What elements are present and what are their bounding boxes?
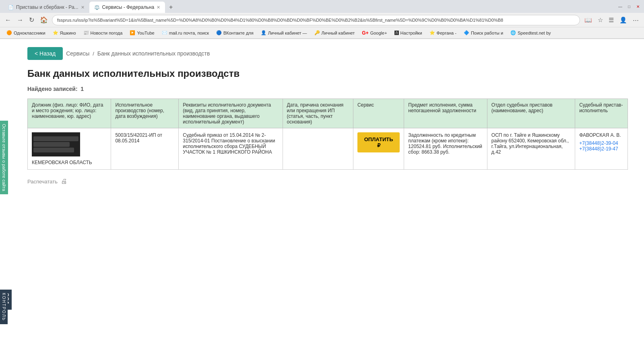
- print-section[interactable]: Распечатать 🖨: [27, 178, 628, 185]
- bookmark-googleplus[interactable]: G+ Google+: [359, 29, 390, 37]
- col-header-bailiff: Судебный пристав-исполнитель: [575, 99, 628, 128]
- bookmark-label: mail.ru почта, поиск: [169, 31, 209, 35]
- vk-icon: 🔵: [216, 30, 222, 35]
- bookmark-label: Новости погода: [91, 31, 123, 35]
- table-header-row: Должник (физ. лицо: ФИО, дата и место ро…: [28, 99, 628, 128]
- print-label: Распечатать: [27, 179, 58, 185]
- back-label: < Назад: [35, 50, 56, 57]
- bookmark-jobs[interactable]: 🔷 Поиск работы и: [460, 29, 506, 36]
- feedback-tab[interactable]: Оставьте отзывы о работе сайта: [0, 121, 8, 193]
- col-header-department: Отдел судебных приставов (наименование, …: [487, 99, 575, 128]
- window-controls: — □ ✕: [617, 4, 641, 9]
- jobs-icon: 🔷: [464, 30, 469, 35]
- col-header-service: Сервис: [353, 99, 404, 128]
- speedtest-icon: 🌐: [510, 30, 516, 35]
- tab-favicon-1: 📄: [8, 5, 14, 10]
- bookmark-icon[interactable]: ☆: [596, 16, 605, 25]
- main-content: < Назад Сервисы / Банк данных исполнител…: [11, 39, 644, 193]
- minimize-button[interactable]: —: [617, 4, 623, 9]
- cell-end-date: [283, 128, 353, 170]
- bookmark-mailru[interactable]: ✉️ mail.ru почта, поиск: [159, 29, 212, 36]
- personal1-icon: 👤: [261, 30, 266, 35]
- feedback-label: Оставьте отзывы о работе сайта: [2, 124, 6, 191]
- new-tab-button[interactable]: +: [165, 2, 177, 13]
- tab-label-2: Сервисы - Федеральна: [102, 4, 155, 10]
- refresh-button[interactable]: ↻: [27, 14, 36, 25]
- tab-inactive[interactable]: 📄 Приставы и сбербанк - Ра... ✕: [3, 2, 89, 13]
- menu-icon[interactable]: ☰: [607, 16, 616, 25]
- breadcrumb-services[interactable]: Сервисы: [66, 50, 89, 57]
- bookmark-personal1[interactable]: 👤 Личный кабинет —: [258, 29, 310, 36]
- col-header-doc: Реквизиты исполнительного документа (вид…: [179, 99, 283, 128]
- googleplus-icon: G+: [362, 30, 368, 36]
- news-icon: 📰: [83, 30, 89, 35]
- bookmark-fergana[interactable]: ⭐ Фергана -: [426, 29, 460, 36]
- reader-view-icon[interactable]: 📖: [582, 16, 594, 25]
- youtube-icon: ▶️: [130, 30, 135, 35]
- fergana-icon: ⭐: [429, 30, 435, 35]
- cell-debt: Задолженность по кредитным платежам (кро…: [404, 128, 487, 170]
- col-header-debt: Предмет исполнения, сумма непогашенной з…: [404, 99, 487, 128]
- bookmark-label: Поиск работы и: [471, 31, 503, 35]
- bookmark-personal2[interactable]: 🔑 Личный кабинет: [311, 29, 358, 36]
- browser-chrome: 📄 Приставы и сбербанк - Ра... ✕ ⚖️ Серви…: [0, 0, 644, 39]
- bailiff-name: ФАВОРСКАЯ А. В.: [579, 132, 623, 138]
- toolbar-icons: 📖 ☆ ☰ 👤 ⋯: [582, 16, 641, 25]
- records-count: Найдено записей: 1: [27, 86, 628, 92]
- address-bar[interactable]: [52, 15, 580, 25]
- pay-button[interactable]: ОПЛАТИТЬ ₽: [357, 132, 400, 152]
- cell-exec-prod: 5003/15/42021-ИП от 08.05.2014: [111, 128, 179, 170]
- mailru-icon: ✉️: [162, 30, 167, 35]
- personal2-icon: 🔑: [314, 30, 320, 35]
- bookmark-label: Личный кабинет: [322, 31, 355, 35]
- col-header-exec-prod: Исполнительное производство (номер, дата…: [111, 99, 179, 128]
- more-icon[interactable]: ⋯: [631, 16, 641, 25]
- bookmarks-bar: 🟠 Одноклассники ⭐ Яшкино 📰 Новости погод…: [0, 27, 644, 39]
- tab-active[interactable]: ⚖️ Сервисы - Федеральна ✕: [89, 2, 165, 13]
- debtor-image: [32, 132, 80, 156]
- title-bar: 📄 Приставы и сбербанк - Ра... ✕ ⚖️ Серви…: [0, 0, 644, 13]
- col-header-end-date: Дата, причина окончания или прекращения …: [283, 99, 353, 128]
- bookmark-label: Настройки: [400, 31, 422, 35]
- bookmark-label: Google+: [370, 31, 387, 35]
- back-button[interactable]: ←: [3, 15, 13, 25]
- tab-close-1[interactable]: ✕: [81, 5, 85, 10]
- bookmark-youtube[interactable]: ▶️ YouTube: [126, 29, 157, 36]
- bookmark-settings[interactable]: 🅰 Настройки: [391, 30, 425, 36]
- bookmark-yashkino[interactable]: ⭐ Яшкино: [50, 29, 79, 36]
- breadcrumb-separator: /: [93, 51, 94, 57]
- bookmark-label: Фергана -: [437, 31, 456, 35]
- home-button[interactable]: 🏠: [38, 14, 50, 25]
- bailiff-phone2[interactable]: +7(38448)2-19-47: [579, 146, 618, 152]
- print-icon: 🖨: [61, 178, 67, 185]
- bailiff-phone1[interactable]: +7(38448)2-39-04: [579, 140, 618, 146]
- breadcrumb: < Назад Сервисы / Банк данных исполнител…: [27, 47, 628, 60]
- bookmark-speedtest[interactable]: 🌐 Speedtest.net by: [507, 29, 554, 36]
- forward-button[interactable]: →: [15, 15, 25, 25]
- cell-debtor: КЕМЕРОВСКАЯ ОБЛАСТЬ: [28, 128, 111, 170]
- cell-doc-details: Судебный приказ от 15.04.2014 № 2-315/20…: [179, 128, 283, 170]
- yashkino-icon: ⭐: [53, 30, 58, 35]
- cell-department: ОСП по г. Тайге и Яшкинскому району 6524…: [487, 128, 575, 170]
- cell-service: ОПЛАТИТЬ ₽: [353, 128, 404, 170]
- table-row: КЕМЕРОВСКАЯ ОБЛАСТЬ 5003/15/42021-ИП от …: [28, 128, 628, 170]
- tab-bar: 📄 Приставы и сбербанк - Ра... ✕ ⚖️ Серви…: [3, 0, 177, 13]
- bookmark-label: Личный кабинет —: [268, 31, 307, 35]
- maximize-button[interactable]: □: [626, 4, 632, 9]
- tab-label-1: Приставы и сбербанк - Ра...: [16, 4, 78, 10]
- cell-bailiff: ФАВОРСКАЯ А. В. +7(38448)2-39-04 +7(3844…: [575, 128, 628, 170]
- bookmark-vk[interactable]: 🔵 ВКонтакте для: [213, 29, 257, 36]
- bookmark-news[interactable]: 📰 Новости погода: [80, 29, 126, 36]
- back-button[interactable]: < Назад: [27, 47, 63, 60]
- close-button[interactable]: ✕: [635, 4, 641, 9]
- bookmark-label: Одноклассники: [14, 31, 45, 35]
- odnoklassniki-icon: 🟠: [6, 30, 12, 35]
- page-title: Банк данных исполнительных производств: [27, 68, 628, 79]
- bookmark-odnoklassniki[interactable]: 🟠 Одноклассники: [3, 29, 49, 36]
- profile-icon[interactable]: 👤: [617, 16, 629, 25]
- tab-close-2[interactable]: ✕: [157, 5, 160, 10]
- bookmark-label: Яшкино: [60, 31, 76, 35]
- col-header-debtor: Должник (физ. лицо: ФИО, дата и место ро…: [28, 99, 111, 128]
- navigation-toolbar: ← → ↻ 🏠 📖 ☆ ☰ 👤 ⋯: [0, 13, 644, 27]
- tab-favicon-2: ⚖️: [94, 5, 100, 10]
